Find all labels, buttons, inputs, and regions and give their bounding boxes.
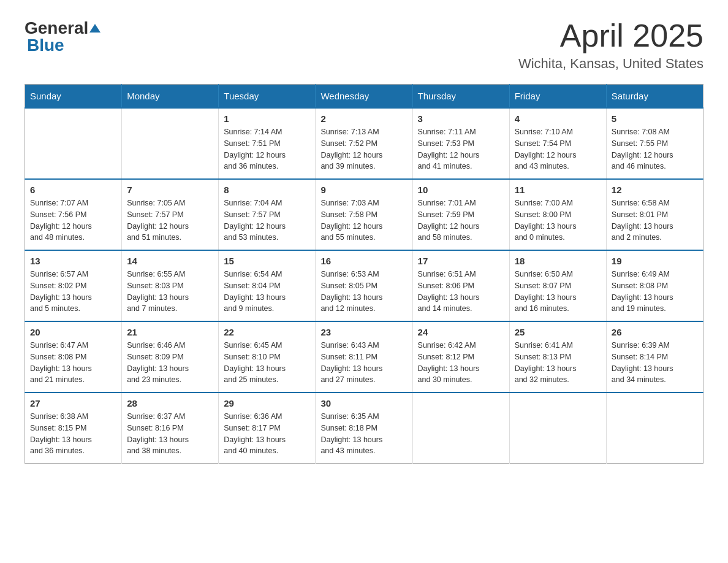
day-number: 9 — [320, 185, 407, 195]
calendar-cell: 3Sunrise: 7:11 AM Sunset: 7:53 PM Daylig… — [412, 108, 509, 179]
calendar-cell: 12Sunrise: 6:58 AM Sunset: 8:01 PM Dayli… — [606, 179, 703, 250]
logo-text-blue: Blue — [27, 36, 64, 55]
calendar-cell: 19Sunrise: 6:49 AM Sunset: 8:08 PM Dayli… — [606, 250, 703, 321]
title-section: April 2025 Wichita, Kansas, United State… — [518, 18, 703, 72]
calendar-cell: 4Sunrise: 7:10 AM Sunset: 7:54 PM Daylig… — [509, 108, 606, 179]
day-info: Sunrise: 6:54 AM Sunset: 8:04 PM Dayligh… — [224, 269, 310, 315]
day-info: Sunrise: 7:03 AM Sunset: 7:58 PM Dayligh… — [320, 197, 407, 243]
day-number: 24 — [418, 327, 504, 337]
page-subtitle: Wichita, Kansas, United States — [518, 56, 703, 72]
day-number: 1 — [224, 113, 310, 124]
day-number: 26 — [612, 327, 698, 337]
day-number: 6 — [30, 185, 116, 195]
day-info: Sunrise: 6:42 AM Sunset: 8:12 PM Dayligh… — [418, 340, 504, 386]
day-number: 14 — [127, 256, 213, 266]
calendar-cell: 27Sunrise: 6:38 AM Sunset: 8:15 PM Dayli… — [25, 393, 122, 464]
day-info: Sunrise: 7:11 AM Sunset: 7:53 PM Dayligh… — [418, 126, 504, 172]
day-info: Sunrise: 6:53 AM Sunset: 8:05 PM Dayligh… — [320, 269, 407, 315]
day-number: 5 — [612, 113, 698, 124]
day-number: 30 — [320, 398, 407, 408]
day-info: Sunrise: 7:04 AM Sunset: 7:57 PM Dayligh… — [224, 197, 310, 243]
page-header: General Blue April 2025 Wichita, Kansas,… — [25, 18, 703, 72]
calendar-header-saturday: Saturday — [606, 85, 703, 109]
day-number: 4 — [515, 113, 601, 124]
day-info: Sunrise: 6:49 AM Sunset: 8:08 PM Dayligh… — [612, 269, 698, 315]
day-info: Sunrise: 6:45 AM Sunset: 8:10 PM Dayligh… — [224, 340, 310, 386]
logo-triangle-icon — [88, 21, 102, 35]
day-number: 23 — [320, 327, 407, 337]
day-info: Sunrise: 6:58 AM Sunset: 8:01 PM Dayligh… — [612, 197, 698, 243]
calendar-cell: 24Sunrise: 6:42 AM Sunset: 8:12 PM Dayli… — [412, 321, 509, 393]
day-number: 12 — [612, 185, 698, 195]
calendar-cell: 11Sunrise: 7:00 AM Sunset: 8:00 PM Dayli… — [509, 179, 606, 250]
calendar-header-monday: Monday — [122, 85, 219, 109]
calendar-cell: 15Sunrise: 6:54 AM Sunset: 8:04 PM Dayli… — [219, 250, 316, 321]
day-info: Sunrise: 6:37 AM Sunset: 8:16 PM Dayligh… — [127, 411, 213, 457]
calendar-header-wednesday: Wednesday — [316, 85, 412, 109]
day-number: 15 — [224, 256, 310, 266]
day-info: Sunrise: 6:50 AM Sunset: 8:07 PM Dayligh… — [515, 269, 601, 315]
day-info: Sunrise: 7:13 AM Sunset: 7:52 PM Dayligh… — [320, 126, 407, 172]
day-info: Sunrise: 6:55 AM Sunset: 8:03 PM Dayligh… — [127, 269, 213, 315]
calendar-cell: 9Sunrise: 7:03 AM Sunset: 7:58 PM Daylig… — [316, 179, 412, 250]
day-info: Sunrise: 6:38 AM Sunset: 8:15 PM Dayligh… — [30, 411, 116, 457]
day-info: Sunrise: 7:01 AM Sunset: 7:59 PM Dayligh… — [418, 197, 504, 243]
calendar-cell — [25, 108, 122, 179]
calendar-header-friday: Friday — [509, 85, 606, 109]
day-number: 10 — [418, 185, 504, 195]
page-title: April 2025 — [518, 18, 703, 53]
day-number: 27 — [30, 398, 116, 408]
day-number: 11 — [515, 185, 601, 195]
day-number: 13 — [30, 256, 116, 266]
day-info: Sunrise: 7:07 AM Sunset: 7:56 PM Dayligh… — [30, 197, 116, 243]
calendar-cell: 14Sunrise: 6:55 AM Sunset: 8:03 PM Dayli… — [122, 250, 219, 321]
calendar-cell: 23Sunrise: 6:43 AM Sunset: 8:11 PM Dayli… — [316, 321, 412, 393]
calendar-cell — [509, 393, 606, 464]
day-info: Sunrise: 7:05 AM Sunset: 7:57 PM Dayligh… — [127, 197, 213, 243]
day-number: 25 — [515, 327, 601, 337]
day-info: Sunrise: 6:46 AM Sunset: 8:09 PM Dayligh… — [127, 340, 213, 386]
calendar-cell: 6Sunrise: 7:07 AM Sunset: 7:56 PM Daylig… — [25, 179, 122, 250]
day-info: Sunrise: 6:35 AM Sunset: 8:18 PM Dayligh… — [320, 411, 407, 457]
day-info: Sunrise: 6:36 AM Sunset: 8:17 PM Dayligh… — [224, 411, 310, 457]
calendar-header-row: SundayMondayTuesdayWednesdayThursdayFrid… — [25, 85, 703, 109]
logo: General Blue — [25, 18, 102, 55]
calendar-header-thursday: Thursday — [412, 85, 509, 109]
day-info: Sunrise: 6:57 AM Sunset: 8:02 PM Dayligh… — [30, 269, 116, 315]
day-number: 22 — [224, 327, 310, 337]
calendar-cell: 13Sunrise: 6:57 AM Sunset: 8:02 PM Dayli… — [25, 250, 122, 321]
calendar-cell: 16Sunrise: 6:53 AM Sunset: 8:05 PM Dayli… — [316, 250, 412, 321]
calendar-cell: 18Sunrise: 6:50 AM Sunset: 8:07 PM Dayli… — [509, 250, 606, 321]
calendar-cell: 8Sunrise: 7:04 AM Sunset: 7:57 PM Daylig… — [219, 179, 316, 250]
calendar-cell: 22Sunrise: 6:45 AM Sunset: 8:10 PM Dayli… — [219, 321, 316, 393]
day-info: Sunrise: 7:10 AM Sunset: 7:54 PM Dayligh… — [515, 126, 601, 172]
day-number: 18 — [515, 256, 601, 266]
calendar-cell — [606, 393, 703, 464]
day-number: 16 — [320, 256, 407, 266]
day-number: 19 — [612, 256, 698, 266]
day-info: Sunrise: 7:14 AM Sunset: 7:51 PM Dayligh… — [224, 126, 310, 172]
calendar-cell: 10Sunrise: 7:01 AM Sunset: 7:59 PM Dayli… — [412, 179, 509, 250]
day-info: Sunrise: 7:08 AM Sunset: 7:55 PM Dayligh… — [612, 126, 698, 172]
day-number: 2 — [320, 113, 407, 124]
calendar-header-sunday: Sunday — [25, 85, 122, 109]
calendar-cell: 25Sunrise: 6:41 AM Sunset: 8:13 PM Dayli… — [509, 321, 606, 393]
day-info: Sunrise: 6:39 AM Sunset: 8:14 PM Dayligh… — [612, 340, 698, 386]
calendar-cell: 21Sunrise: 6:46 AM Sunset: 8:09 PM Dayli… — [122, 321, 219, 393]
calendar-table: SundayMondayTuesdayWednesdayThursdayFrid… — [25, 84, 703, 464]
calendar-cell: 1Sunrise: 7:14 AM Sunset: 7:51 PM Daylig… — [219, 108, 316, 179]
calendar-week-row: 20Sunrise: 6:47 AM Sunset: 8:08 PM Dayli… — [25, 321, 703, 393]
day-info: Sunrise: 6:51 AM Sunset: 8:06 PM Dayligh… — [418, 269, 504, 315]
day-number: 17 — [418, 256, 504, 266]
calendar-cell — [122, 108, 219, 179]
day-number: 8 — [224, 185, 310, 195]
calendar-cell: 7Sunrise: 7:05 AM Sunset: 7:57 PM Daylig… — [122, 179, 219, 250]
calendar-cell: 2Sunrise: 7:13 AM Sunset: 7:52 PM Daylig… — [316, 108, 412, 179]
calendar-cell: 5Sunrise: 7:08 AM Sunset: 7:55 PM Daylig… — [606, 108, 703, 179]
day-info: Sunrise: 7:00 AM Sunset: 8:00 PM Dayligh… — [515, 197, 601, 243]
calendar-cell: 30Sunrise: 6:35 AM Sunset: 8:18 PM Dayli… — [316, 393, 412, 464]
calendar-cell: 29Sunrise: 6:36 AM Sunset: 8:17 PM Dayli… — [219, 393, 316, 464]
calendar-cell — [412, 393, 509, 464]
calendar-header-tuesday: Tuesday — [219, 85, 316, 109]
day-number: 20 — [30, 327, 116, 337]
